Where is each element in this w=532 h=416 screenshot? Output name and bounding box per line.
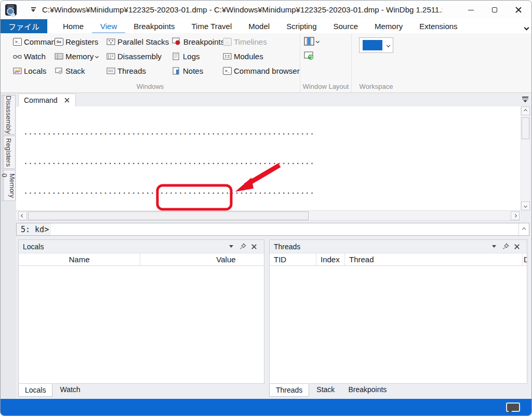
command-input-expand-button[interactable] xyxy=(518,223,529,235)
window-layout-button[interactable] xyxy=(304,35,319,47)
threads-icon xyxy=(107,67,115,75)
scroll-right-button[interactable] xyxy=(511,211,520,220)
disassembly-icon xyxy=(107,52,115,60)
tab-command[interactable]: Command xyxy=(18,93,76,106)
watch-window-button[interactable]: Watch xyxy=(13,50,60,62)
quick-access-dropdown-icon[interactable] xyxy=(31,7,36,12)
threads-panel-title: Threads xyxy=(274,243,300,251)
threads-panel-header[interactable]: Threads xyxy=(270,240,527,253)
ribbon-collapse-chevron-icon[interactable] xyxy=(525,22,528,31)
side-tab-registers[interactable]: Registers xyxy=(2,136,16,169)
window-title: C:¥Windows¥Minidump¥122325-20203-01.dmp … xyxy=(42,5,442,14)
menu-scripting[interactable]: Scripting xyxy=(278,19,325,33)
command-icon: >_ xyxy=(13,38,22,46)
logs-window-button[interactable]: Logs xyxy=(172,50,224,62)
watch-icon xyxy=(13,52,22,60)
title-bar: C:¥Windows¥Minidump¥122325-20203-01.dmp … xyxy=(1,1,532,19)
logs-icon xyxy=(172,52,181,60)
column-header-thread[interactable]: Thread xyxy=(345,253,523,265)
threads-window-button[interactable]: Threads xyxy=(107,65,169,76)
output-line: ........................................… xyxy=(23,157,521,167)
status-bar xyxy=(1,399,532,416)
bottom-tab-stack[interactable]: Stack xyxy=(310,384,341,396)
column-header-description-clipped[interactable]: D xyxy=(523,253,527,265)
parallel-stacks-button[interactable]: Parallel Stacks xyxy=(107,36,169,47)
ribbon-group-workspace: Workspace xyxy=(352,33,401,92)
vertical-scroll-thumb[interactable] xyxy=(522,117,529,139)
threads-body[interactable] xyxy=(270,266,527,383)
command-vertical-scrollbar[interactable] xyxy=(521,106,529,210)
horizontal-scroll-thumb[interactable] xyxy=(28,211,309,220)
memory-window-button[interactable]: Memory xyxy=(55,50,98,62)
registers-window-button[interactable]: 0xRegisters xyxy=(55,36,98,47)
close-button[interactable] xyxy=(507,1,530,19)
locals-window-button[interactable]: Locals xyxy=(13,65,60,76)
disassembly-window-button[interactable]: Disassembly xyxy=(107,50,169,62)
column-header-name[interactable]: Name xyxy=(19,253,140,265)
command-window-button[interactable]: >_Command xyxy=(13,36,60,47)
ribbon-view-tab-content: >_Command Watch Locals 0xRegisters Memor… xyxy=(1,33,532,93)
feedback-bubble-icon[interactable] xyxy=(506,402,520,412)
command-browser-button[interactable]: >_Command browser xyxy=(223,65,300,76)
side-tab-memory-0[interactable]: Memory 0 xyxy=(2,170,16,201)
locals-close-icon[interactable] xyxy=(248,244,260,250)
bottom-tab-threads[interactable]: Threads xyxy=(269,384,309,397)
command-input-row: 5: kd> xyxy=(16,223,529,236)
tab-close-icon[interactable] xyxy=(64,98,70,103)
reset-layout-button[interactable] xyxy=(304,50,315,61)
command-input[interactable] xyxy=(51,223,518,235)
menu-view[interactable]: View xyxy=(92,19,125,33)
column-header-index[interactable]: Index xyxy=(316,253,345,265)
bottom-tab-watch[interactable]: Watch xyxy=(54,384,86,396)
ribbon-group-windows: >_Command Watch Locals 0xRegisters Memor… xyxy=(1,33,300,92)
notes-icon xyxy=(172,67,181,75)
bottom-tab-breakpoints[interactable]: Breakpoints xyxy=(342,384,393,396)
tab-list-menu-icon[interactable] xyxy=(522,96,528,102)
menu-source[interactable]: Source xyxy=(325,19,367,33)
threads-pin-icon[interactable] xyxy=(500,243,511,250)
notes-window-button[interactable]: Notes xyxy=(172,65,224,76)
parallel-stacks-icon xyxy=(107,38,115,46)
side-tab-disassembly[interactable]: Disassembly xyxy=(2,95,16,135)
command-horizontal-scrollbar[interactable] xyxy=(16,210,521,221)
workspace-selector[interactable] xyxy=(359,37,393,53)
modules-window-button[interactable]: Modules xyxy=(223,50,300,62)
document-tab-bar: Command xyxy=(16,93,532,106)
locals-column-headers: Name Value xyxy=(19,253,264,266)
windbg-window: C:¥Windows¥Minidump¥122325-20203-01.dmp … xyxy=(0,0,532,416)
scroll-left-button[interactable] xyxy=(18,211,27,220)
command-browser-icon: >_ xyxy=(223,67,232,75)
scroll-up-button[interactable] xyxy=(521,106,530,115)
locals-menu-chevron-icon[interactable] xyxy=(225,245,237,248)
threads-close-icon[interactable] xyxy=(511,244,523,250)
memory-icon xyxy=(55,52,63,60)
reset-layout-icon xyxy=(304,51,315,61)
threads-menu-chevron-icon[interactable] xyxy=(488,245,500,248)
ribbon-group-label-window-layout: Window Layout xyxy=(300,83,351,90)
column-header-value[interactable]: Value xyxy=(140,253,264,265)
ribbon-menu-bar: ファイル Home View Breakpoints Time Travel M… xyxy=(1,19,532,33)
menu-memory[interactable]: Memory xyxy=(366,19,411,33)
locals-body[interactable] xyxy=(19,266,264,383)
threads-panel-tabs: Threads Stack Breakpoints xyxy=(269,384,394,399)
registers-icon: 0x xyxy=(55,38,63,46)
locals-panel-header[interactable]: Locals xyxy=(19,240,264,253)
locals-pin-icon[interactable] xyxy=(237,243,248,250)
bottom-tab-locals[interactable]: Locals xyxy=(18,384,52,397)
workspace-dropdown-chevron-icon xyxy=(387,43,390,47)
stack-window-button[interactable]: Stack xyxy=(55,65,98,76)
minimize-button[interactable] xyxy=(459,1,483,19)
menu-extensions[interactable]: Extensions xyxy=(411,19,466,33)
column-header-tid[interactable]: TID xyxy=(270,253,316,265)
menu-home[interactable]: Home xyxy=(55,19,92,33)
menu-file-tab[interactable]: ファイル xyxy=(1,19,47,33)
maximize-button[interactable] xyxy=(483,1,507,19)
scroll-down-button[interactable] xyxy=(521,202,530,210)
ribbon-group-window-layout: Window Layout xyxy=(300,33,352,92)
command-output[interactable]: ........................................… xyxy=(16,106,521,210)
menu-time-travel[interactable]: Time Travel xyxy=(183,19,240,33)
breakpoints-window-button[interactable]: Breakpoints xyxy=(172,36,224,47)
menu-breakpoints[interactable]: Breakpoints xyxy=(125,19,183,33)
menu-model[interactable]: Model xyxy=(240,19,278,33)
close-icon xyxy=(515,7,522,13)
